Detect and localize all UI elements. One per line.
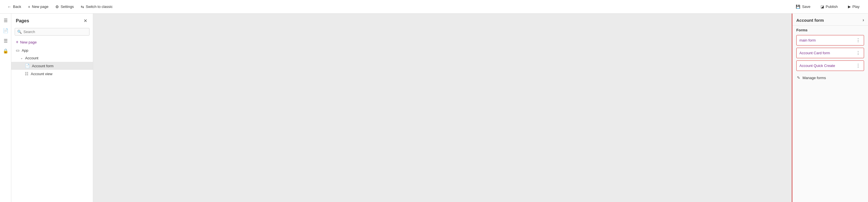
switch-to-classic-label: Switch to classic — [86, 4, 113, 9]
pages-panel: Pages ✕ 🔍 + New page ▭ App ⌄ Account — [11, 13, 93, 202]
nav-account-view-label: Account view — [31, 72, 53, 76]
view-icon: ☷ — [25, 71, 29, 76]
form-item-main-form-more[interactable]: ⋮ — [855, 37, 861, 43]
manage-forms-button[interactable]: ✎ Manage forms — [796, 73, 864, 82]
back-icon: ← — [7, 4, 11, 9]
forms-section-label: Forms — [796, 28, 864, 32]
form-item-account-quick-create-label: Account Quick Create — [799, 63, 835, 68]
plus-icon: + — [16, 39, 18, 45]
app-icon: ▭ — [16, 48, 20, 53]
form-item-account-card-form-label: Account Card form — [799, 51, 830, 55]
form-item-account-card-form-more[interactable]: ⋮ — [855, 50, 861, 56]
chevron-down-icon: ⌄ — [20, 56, 23, 60]
right-panel-title: Account form — [796, 18, 824, 23]
toolbar-right: 💾 Save ◪ Publish ▶ Play — [792, 3, 864, 10]
nav-item-app[interactable]: ▭ App — [11, 46, 93, 54]
form-item-account-card-form[interactable]: Account Card form ⋮ — [796, 48, 864, 58]
publish-icon: ◪ — [820, 4, 824, 9]
new-page-button[interactable]: + New page — [25, 3, 51, 11]
toolbar: ← Back + New page ⚙ Settings ⇆ Switch to… — [0, 0, 868, 13]
plus-icon: + — [28, 4, 30, 9]
nav-account-form-label: Account form — [32, 64, 54, 68]
pages-title: Pages — [16, 18, 29, 24]
toolbar-left: ← Back + New page ⚙ Settings ⇆ Switch to… — [4, 3, 792, 11]
sidebar-pages-button[interactable]: 📄 — [1, 26, 10, 35]
search-box: 🔍 — [15, 28, 90, 36]
play-label: Play — [852, 4, 860, 9]
publish-button[interactable]: ◪ Publish — [817, 3, 842, 10]
back-button[interactable]: ← Back — [4, 3, 24, 11]
manage-forms-label: Manage forms — [803, 76, 826, 80]
switch-to-classic-button[interactable]: ⇆ Switch to classic — [78, 3, 116, 11]
switch-icon: ⇆ — [81, 4, 84, 9]
search-input[interactable] — [24, 30, 87, 34]
right-panel-header: Account form › — [792, 13, 868, 25]
right-panel: Account form › Forms main form ⋮ Account… — [792, 13, 868, 202]
save-label: Save — [802, 4, 810, 9]
components-icon: 🔒 — [3, 48, 8, 54]
canvas-area — [93, 13, 792, 202]
pages-header: Pages ✕ — [11, 13, 93, 27]
form-item-main-form[interactable]: main form ⋮ — [796, 35, 864, 46]
icon-sidebar: ☰ 📄 ☰ 🔒 — [0, 13, 11, 202]
gear-icon: ⚙ — [55, 4, 59, 9]
sidebar-menu-button[interactable]: ☰ — [1, 16, 10, 25]
nav-app-label: App — [22, 48, 28, 53]
right-panel-body: Forms main form ⋮ Account Card form ⋮ Ac… — [792, 25, 868, 84]
nav-item-account[interactable]: ⌄ Account — [11, 54, 93, 62]
main-area: ☰ 📄 ☰ 🔒 Pages ✕ 🔍 + New page — [0, 13, 868, 202]
pages-icon: 📄 — [3, 28, 8, 33]
menu-icon: ☰ — [4, 18, 8, 23]
play-icon: ▶ — [848, 4, 851, 9]
pencil-icon: ✎ — [797, 76, 800, 80]
new-page-tree-button[interactable]: + New page — [11, 38, 93, 46]
form-item-main-form-label: main form — [799, 38, 816, 42]
save-icon: 💾 — [796, 4, 800, 9]
form-icon: 📄 — [25, 63, 30, 68]
search-icon: 🔍 — [17, 30, 22, 34]
publish-label: Publish — [826, 4, 838, 9]
play-button[interactable]: ▶ Play — [844, 3, 864, 10]
new-page-label: New page — [32, 4, 49, 9]
layers-icon: ☰ — [4, 38, 8, 44]
back-label: Back — [13, 4, 21, 9]
sidebar-components-button[interactable]: 🔒 — [1, 46, 10, 55]
sidebar-layers-button[interactable]: ☰ — [1, 36, 10, 45]
chevron-right-icon: › — [863, 18, 864, 23]
new-page-tree-label: New page — [20, 40, 37, 45]
settings-button[interactable]: ⚙ Settings — [53, 3, 77, 11]
nav-item-account-form[interactable]: 📄 Account form — [11, 62, 93, 70]
nav-tree: ▭ App ⌄ Account 📄 Account form ☷ Account… — [11, 46, 93, 202]
form-item-account-quick-create[interactable]: Account Quick Create ⋮ — [796, 60, 864, 71]
save-button[interactable]: 💾 Save — [792, 3, 814, 10]
nav-account-label: Account — [25, 56, 38, 60]
nav-item-account-view[interactable]: ☷ Account view — [11, 70, 93, 78]
form-item-account-quick-create-more[interactable]: ⋮ — [855, 63, 861, 68]
close-icon: ✕ — [84, 18, 87, 23]
pages-close-button[interactable]: ✕ — [83, 17, 88, 25]
settings-label: Settings — [61, 4, 74, 9]
